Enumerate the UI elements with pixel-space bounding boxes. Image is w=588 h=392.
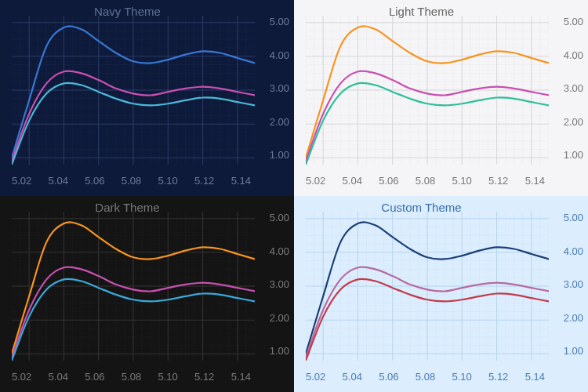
y-tick: 5.00 — [258, 212, 289, 223]
y-tick: 2.00 — [552, 116, 583, 128]
x-tick: 5.14 — [525, 175, 545, 187]
plot-area — [12, 16, 255, 165]
x-tick: 5.10 — [158, 175, 177, 187]
x-tick: 5.08 — [122, 371, 141, 383]
x-tick: 5.08 — [416, 371, 435, 383]
x-axis: 5.02 5.04 5.06 5.08 5.10 5.12 5.14 — [306, 175, 545, 187]
y-tick: 1.00 — [552, 345, 583, 357]
x-tick: 5.06 — [85, 371, 104, 383]
plot-area — [12, 212, 255, 361]
y-tick: 3.00 — [552, 82, 583, 94]
y-tick: 3.00 — [258, 82, 289, 94]
x-axis: 5.02 5.04 5.06 5.08 5.10 5.12 5.14 — [12, 371, 251, 383]
x-tick: 5.06 — [379, 371, 398, 383]
y-axis: 1.00 2.00 3.00 4.00 5.00 — [552, 212, 583, 357]
x-tick: 5.04 — [343, 175, 362, 187]
x-tick: 5.10 — [158, 371, 177, 383]
x-axis: 5.02 5.04 5.06 5.08 5.10 5.12 5.14 — [306, 371, 545, 383]
y-tick: 2.00 — [552, 312, 583, 324]
x-tick: 5.02 — [12, 371, 31, 383]
panel-light: Light Theme 1.00 2.00 3.00 4.00 5.00 5.0… — [294, 0, 588, 196]
x-tick: 5.08 — [416, 175, 435, 187]
x-tick: 5.10 — [452, 175, 471, 187]
x-tick: 5.04 — [343, 371, 362, 383]
plot-area — [306, 212, 549, 361]
y-tick: 5.00 — [258, 16, 289, 27]
y-tick: 4.00 — [552, 245, 583, 257]
x-tick: 5.08 — [122, 175, 141, 187]
x-tick: 5.12 — [488, 371, 508, 383]
x-tick: 5.02 — [306, 371, 325, 383]
y-tick: 3.00 — [258, 278, 289, 290]
x-axis: 5.02 5.04 5.06 5.08 5.10 5.12 5.14 — [12, 175, 251, 187]
y-tick: 3.00 — [552, 278, 583, 290]
y-tick: 1.00 — [258, 345, 289, 357]
x-tick: 5.06 — [379, 175, 398, 187]
x-tick: 5.10 — [452, 371, 471, 383]
x-tick: 5.02 — [306, 175, 325, 187]
panel-custom: Custom Theme 1.00 2.00 3.00 4.00 5.00 5.… — [294, 196, 588, 392]
y-tick: 2.00 — [258, 116, 289, 128]
y-tick: 2.00 — [258, 312, 289, 324]
y-tick: 4.00 — [258, 245, 289, 257]
y-axis: 1.00 2.00 3.00 4.00 5.00 — [258, 212, 289, 357]
x-tick: 5.12 — [488, 175, 508, 187]
y-axis: 1.00 2.00 3.00 4.00 5.00 — [258, 16, 289, 161]
x-tick: 5.04 — [49, 175, 68, 187]
x-tick: 5.02 — [12, 175, 31, 187]
y-tick: 4.00 — [552, 49, 583, 61]
y-tick: 1.00 — [552, 149, 583, 161]
chart-grid: Navy Theme 1.00 2.00 3.00 4.00 5.00 5.02… — [0, 0, 588, 392]
y-tick: 4.00 — [258, 49, 289, 61]
x-tick: 5.14 — [231, 175, 251, 187]
y-axis: 1.00 2.00 3.00 4.00 5.00 — [552, 16, 583, 161]
y-tick: 1.00 — [258, 149, 289, 161]
x-tick: 5.12 — [194, 175, 214, 187]
x-tick: 5.12 — [194, 371, 214, 383]
plot-area — [306, 16, 549, 165]
panel-navy: Navy Theme 1.00 2.00 3.00 4.00 5.00 5.02… — [0, 0, 294, 196]
panel-dark: Dark Theme 1.00 2.00 3.00 4.00 5.00 5.02… — [0, 196, 294, 392]
y-tick: 5.00 — [552, 16, 583, 27]
y-tick: 5.00 — [552, 212, 583, 223]
x-tick: 5.06 — [85, 175, 104, 187]
x-tick: 5.14 — [231, 371, 251, 383]
x-tick: 5.14 — [525, 371, 545, 383]
x-tick: 5.04 — [49, 371, 68, 383]
